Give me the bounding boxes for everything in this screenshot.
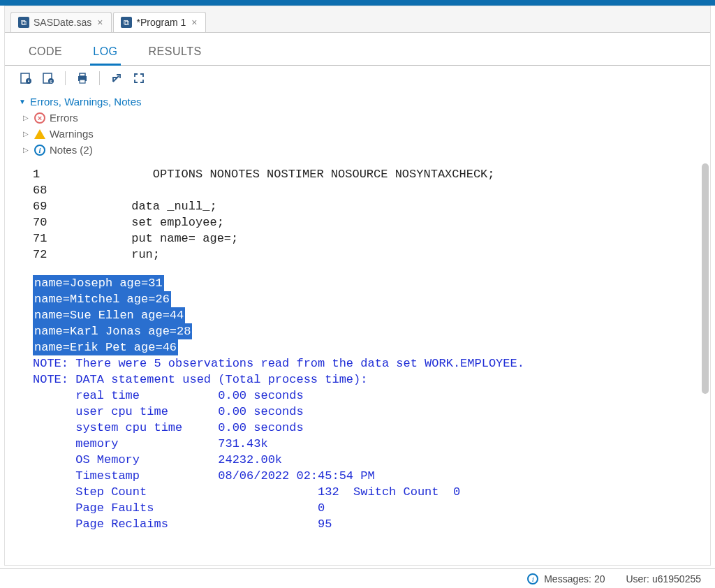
log-tree: Errors, Warnings, Notes × Errors Warning… [5,91,710,163]
log-code-line: 70 set employee; [33,214,696,230]
status-messages[interactable]: i Messages: 20 [527,573,605,585]
log-note-line: Timestamp 08/06/2022 02:45:54 PM [33,468,696,484]
tree-notes-label: Notes (2) [50,144,93,156]
log-put-line: name=Erik Pet age=46 [33,339,696,355]
fullscreen-icon[interactable] [132,71,146,85]
info-icon: i [34,145,45,156]
caret-right-icon [23,114,30,122]
log-note-line: user cpu time 0.00 seconds [33,404,696,420]
sas-file-icon: ⧉ [18,17,29,28]
file-tab-program1[interactable]: ⧉ *Program 1 × [113,12,206,32]
tree-errors-label: Errors [50,112,78,124]
log-code-line: 71 put name= age=; [33,230,696,247]
file-tab-strip: ⧉ SASDate.sas × ⧉ *Program 1 × [5,6,710,33]
toolbar-separator [65,71,66,85]
log-note-line: real time 0.00 seconds [33,388,696,404]
tree-errors[interactable]: × Errors [22,110,696,126]
log-note-line: memory 731.43k [33,436,696,452]
warning-icon [34,129,45,139]
log-code-line: 1 OPTIONS NONOTES NOSTIMER NOSOURCE NOSY… [33,166,696,182]
sas-file-icon: ⧉ [121,17,132,28]
error-icon: × [34,112,45,124]
log-code-line: 69 data _null_; [33,198,696,214]
tree-root-label: Errors, Warnings, Notes [30,96,142,108]
caret-right-icon [23,146,30,154]
log-note-line: NOTE: DATA statement used (Total process… [33,372,696,388]
log-note-line: Step Count 132 Switch Count 0 [33,484,696,500]
editor-pane: ⧉ SASDate.sas × ⧉ *Program 1 × CODE LOG … [4,6,711,566]
info-icon: i [527,573,538,585]
file-tab-label: SASDate.sas [34,17,91,28]
tab-code[interactable]: CODE [26,40,65,65]
log-code-line: 68 [33,182,696,198]
messages-count: 20 [594,573,605,585]
download-log-icon[interactable] [19,71,33,85]
svg-rect-7 [80,80,85,83]
log-put-line: name=Joseph age=31 [33,275,696,291]
log-note-line: NOTE: There were 5 observations read fro… [33,355,696,372]
log-put-line: name=Mitchel age=26 [33,291,696,307]
log-put-line: name=Sue Ellen age=44 [33,307,696,323]
tree-warnings-label: Warnings [50,128,94,140]
tree-notes[interactable]: i Notes (2) [22,142,696,158]
svg-rect-6 [80,73,85,76]
caret-down-icon [19,98,26,105]
log-code-line: 72 run; [33,247,696,263]
user-label: User: [626,573,649,585]
title-bar [0,0,715,6]
file-tab-sasdate[interactable]: ⧉ SASDate.sas × [10,12,112,32]
view-tab-strip: CODE LOG RESULTS [5,33,710,66]
close-icon[interactable]: × [96,17,104,28]
log-note-line: OS Memory 24232.00k [33,452,696,468]
tab-log[interactable]: LOG [90,40,120,66]
tree-root[interactable]: Errors, Warnings, Notes [19,94,696,110]
log-output[interactable]: 1 OPTIONS NONOTES NOSTIMER NOSOURCE NOSY… [5,163,710,565]
log-note-line: system cpu time 0.00 seconds [33,420,696,436]
log-toolbar: $ [5,66,710,91]
page-settings-icon[interactable]: $ [41,71,55,85]
tree-warnings[interactable]: Warnings [22,126,696,142]
status-user: User: u61950255 [626,573,701,585]
close-icon[interactable]: × [190,17,198,28]
toolbar-separator [99,71,100,85]
caret-right-icon [23,130,30,138]
print-icon[interactable] [75,71,89,85]
messages-label: Messages: [544,573,591,585]
log-note-line: Page Reclaims 95 [33,516,696,532]
scrollbar-thumb[interactable] [702,163,709,394]
user-value: u61950255 [652,573,701,585]
log-put-line: name=Karl Jonas age=28 [33,323,696,339]
log-note-line: Page Faults 0 [33,500,696,516]
file-tab-label: *Program 1 [136,17,186,28]
popout-icon[interactable] [110,71,124,85]
status-bar: i Messages: 20 User: u61950255 [0,568,715,588]
tab-results[interactable]: RESULTS [146,40,205,65]
